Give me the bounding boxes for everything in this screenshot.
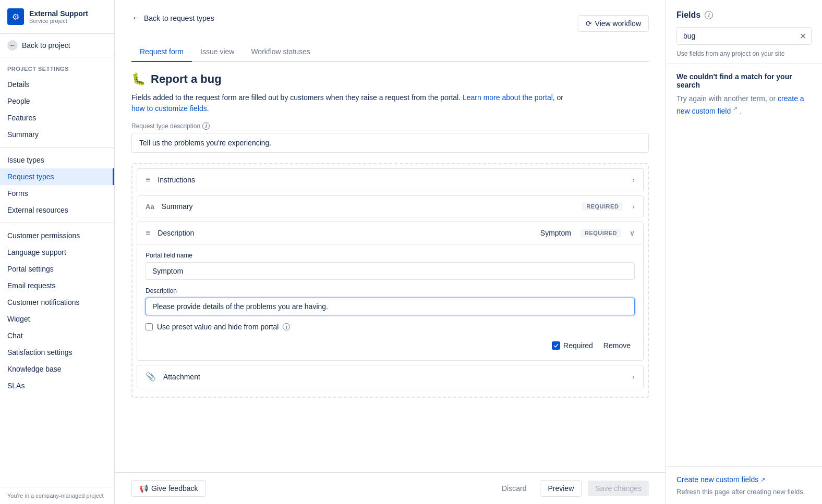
preset-value-row: Use preset value and hide from portal i (146, 323, 635, 331)
discard-button[interactable]: Discard (494, 481, 534, 496)
sidebar-item-knowledge-base[interactable]: Knowledge base (0, 361, 114, 377)
summary-required-badge: REQUIRED (582, 202, 623, 211)
field-summary-header[interactable]: Aa Summary REQUIRED › (137, 196, 643, 217)
right-panel-title: Fields i (676, 10, 812, 20)
create-new-custom-fields-link[interactable]: Create new custom fields ↗ (676, 475, 812, 484)
portal-field-name-label: Portal field name (146, 252, 635, 259)
back-to-project-label: Back to project (22, 41, 70, 50)
view-workflow-label: View workflow (595, 19, 641, 28)
sidebar-item-details[interactable]: Details (0, 76, 114, 93)
sidebar-footer: You're in a company-managed project (0, 487, 114, 504)
page-tabs: Request form Issue view Workflow statuse… (131, 42, 649, 62)
field-row-summary: Aa Summary REQUIRED › (137, 195, 644, 217)
page-title: Report a bug (151, 72, 222, 86)
sidebar-item-slas[interactable]: SLAs (0, 377, 114, 394)
back-icon: ← (7, 40, 18, 51)
view-workflow-button[interactable]: ⟳ View workflow (578, 15, 649, 32)
bottom-bar: 📢 Give feedback Discard Preview Save cha… (115, 472, 666, 504)
no-match-text: Try again with another term, or create a… (676, 93, 812, 117)
form-fields-container: ≡ Instructions › Aa Summary REQUIRED › ≡ (131, 163, 649, 398)
sidebar-item-customer-permissions[interactable]: Customer permissions (0, 227, 114, 244)
main-content: ← Back to request types ⟳ View workflow … (115, 0, 666, 504)
field-actions-row: Required Remove (146, 339, 635, 352)
site-fields-note: Use fields from any project on your site (676, 50, 812, 57)
back-to-project-button[interactable]: ← Back to project (0, 34, 114, 57)
field-attachment-header[interactable]: 📎 Attachment › (137, 365, 643, 388)
sidebar-item-language-support[interactable]: Language support (0, 244, 114, 261)
sidebar-item-summary[interactable]: Summary (0, 126, 114, 143)
back-to-request-types-link[interactable]: ← Back to request types (131, 13, 214, 23)
sidebar-item-chat[interactable]: Chat (0, 327, 114, 344)
description-field-input[interactable] (146, 298, 635, 315)
learn-more-link[interactable]: Learn more about the portal (463, 93, 553, 102)
preset-value-checkbox[interactable] (146, 323, 153, 330)
right-panel-header: Fields i ✕ Use fields from any project o… (666, 0, 822, 64)
sidebar-item-features[interactable]: Features (0, 109, 114, 126)
request-type-description-box: Tell us the problems you're experiencing… (131, 133, 649, 153)
sidebar-item-email-requests[interactable]: Email requests (0, 277, 114, 294)
sidebar-item-request-types[interactable]: Request types (0, 168, 114, 185)
give-feedback-button[interactable]: 📢 Give feedback (131, 480, 206, 497)
field-row-description: ≡ Description Symptom REQUIRED ∨ Portal … (137, 222, 644, 361)
description-dropdown-icon[interactable]: ∨ (630, 229, 635, 237)
sidebar-item-portal-settings[interactable]: Portal settings (0, 261, 114, 277)
back-arrow-icon: ← (131, 13, 141, 23)
sidebar-item-external-resources[interactable]: External resources (0, 202, 114, 218)
field-row-attachment: 📎 Attachment › (137, 365, 644, 388)
project-type: Service project (29, 18, 88, 24)
description-field-label: Description (146, 287, 635, 294)
description-dropdown-value: Symptom (540, 229, 571, 237)
attachment-chevron-icon: › (632, 373, 635, 381)
field-instructions-header[interactable]: ≡ Instructions › (137, 169, 643, 191)
sidebar-item-issue-types[interactable]: Issue types (0, 152, 114, 168)
summary-chevron-icon: › (632, 202, 635, 211)
attachment-field-name: Attachment (163, 373, 623, 381)
sidebar-item-customer-notifications[interactable]: Customer notifications (0, 294, 114, 311)
project-header: ⚙ External Support Service project (0, 0, 114, 34)
description-field-name: Description (158, 229, 344, 237)
external-link-icon: ↗ (760, 476, 765, 483)
request-type-desc-label: Request type description i (131, 122, 649, 130)
instructions-drag-icon: ≡ (146, 175, 150, 185)
sidebar-item-widget[interactable]: Widget (0, 311, 114, 327)
right-panel-footer: Create new custom fields ↗ Refresh this … (666, 466, 822, 504)
field-row-instructions: ≡ Instructions › (137, 168, 644, 191)
tab-issue-view[interactable]: Issue view (192, 42, 243, 62)
remove-button[interactable]: Remove (599, 339, 635, 352)
project-settings-section-title: Project settings (0, 57, 114, 76)
preset-info-icon: i (283, 323, 290, 330)
search-box: ✕ (676, 27, 812, 45)
portal-field-name-input[interactable] (146, 262, 635, 280)
description-required-badge: REQUIRED (581, 229, 621, 237)
save-changes-button[interactable]: Save changes (588, 481, 649, 496)
project-name: External Support (29, 9, 88, 18)
instructions-chevron-icon: › (632, 176, 635, 184)
required-label: Required (563, 341, 593, 350)
instructions-field-name: Instructions (158, 176, 623, 184)
attachment-icon: 📎 (146, 372, 156, 382)
preset-value-label: Use preset value and hide from portal (157, 323, 279, 331)
summary-field-name: Summary (162, 202, 577, 211)
project-info: External Support Service project (29, 9, 88, 24)
give-feedback-label: Give feedback (151, 484, 198, 493)
sidebar-item-satisfaction-settings[interactable]: Satisfaction settings (0, 344, 114, 361)
description-expanded-content: Portal field name Description Use preset… (137, 244, 643, 360)
preview-button[interactable]: Preview (540, 480, 582, 497)
search-fields-input[interactable] (676, 27, 812, 45)
right-panel-body: We couldn't find a match for your search… (666, 64, 822, 466)
back-to-request-types-label: Back to request types (144, 14, 214, 22)
tab-request-form[interactable]: Request form (131, 42, 192, 62)
refresh-text: Refresh this page after creating new fie… (676, 488, 812, 496)
field-description-header[interactable]: ≡ Description Symptom REQUIRED ∨ (137, 222, 643, 244)
tab-workflow-statuses[interactable]: Workflow statuses (243, 42, 318, 62)
bottom-actions: Discard Preview Save changes (494, 480, 649, 497)
customize-fields-link[interactable]: how to customize fields (131, 104, 207, 113)
sidebar-item-forms[interactable]: Forms (0, 185, 114, 202)
search-clear-icon[interactable]: ✕ (800, 31, 806, 41)
required-checkbox[interactable] (552, 341, 560, 350)
description-drag-icon: ≡ (146, 228, 150, 238)
sidebar-item-people[interactable]: People (0, 93, 114, 109)
sidebar: ⚙ External Support Service project ← Bac… (0, 0, 115, 504)
page-description: Fields added to the request form are fil… (131, 92, 649, 114)
desc-info-icon: i (202, 122, 210, 130)
